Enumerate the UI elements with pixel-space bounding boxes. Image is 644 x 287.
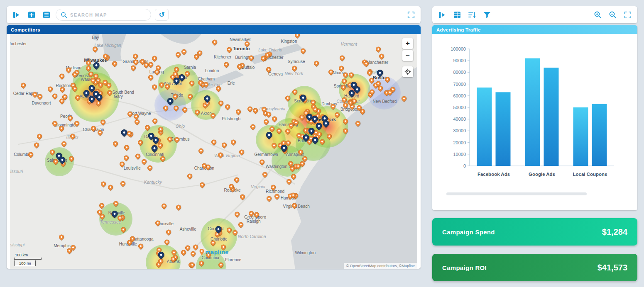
competitor-pin[interactable] [233,211,240,218]
competitor-pin[interactable] [326,133,333,140]
competitor-pin[interactable] [313,60,320,67]
bar-google-ads-1[interactable] [525,58,540,166]
competitor-pin[interactable] [27,151,34,158]
competitor-pin[interactable] [174,51,181,58]
competitor-pin[interactable] [297,148,304,156]
competitor-pin[interactable] [140,158,147,165]
bar-google-ads-2[interactable] [544,68,559,166]
location-pin[interactable] [375,68,384,77]
competitor-pin[interactable] [249,123,256,130]
competitor-pin[interactable] [384,76,391,83]
competitor-pin[interactable] [189,250,196,257]
chart-scrollbar[interactable] [446,192,587,195]
competitor-pin[interactable] [300,47,307,54]
competitor-pin[interactable] [127,110,134,117]
competitor-pin[interactable] [147,74,154,81]
competitor-pin[interactable] [291,202,298,209]
competitor-pin[interactable] [51,120,59,127]
competitor-pin[interactable] [233,176,240,183]
competitor-pin[interactable] [338,65,345,72]
competitor-pin[interactable] [59,73,66,80]
competitor-pin[interactable] [90,125,97,132]
competitor-pin[interactable] [96,129,103,136]
competitor-pin[interactable] [159,155,167,162]
competitor-pin[interactable] [163,238,170,246]
zoom-in-button[interactable]: + [402,38,413,49]
competitor-pin[interactable] [51,92,58,100]
competitor-pin[interactable] [199,181,206,188]
competitor-pin[interactable] [341,96,348,103]
competitor-pin[interactable] [85,59,92,66]
competitor-pin[interactable] [144,124,151,131]
competitor-pin[interactable] [74,94,81,101]
competitor-pin[interactable] [340,78,348,85]
competitor-pin[interactable] [100,119,107,126]
competitor-pin[interactable] [348,71,355,78]
competitor-pin[interactable] [209,239,216,246]
competitor-pin[interactable] [270,142,277,149]
competitor-pin[interactable] [65,66,72,73]
competitor-pin[interactable] [59,86,66,93]
table-view-button[interactable] [451,9,463,20]
competitor-pin[interactable] [98,202,105,209]
competitor-pin[interactable] [215,85,222,92]
competitor-pin[interactable] [342,71,349,78]
chart-fullscreen-button[interactable] [622,9,633,20]
competitor-pin[interactable] [271,115,278,122]
list-view-button[interactable] [41,9,52,20]
competitor-pin[interactable] [111,60,118,67]
competitor-pin[interactable] [340,84,347,91]
competitor-pin[interactable] [262,171,269,178]
competitor-pin[interactable] [328,68,335,75]
competitor-pin[interactable] [134,118,141,125]
competitor-pin[interactable] [36,132,43,139]
competitor-pin[interactable] [276,127,283,134]
competitor-pin[interactable] [246,105,253,112]
panel-toggle-button[interactable] [11,9,22,20]
competitor-pin[interactable] [175,204,182,211]
zoom-out-button[interactable]: − [402,50,413,61]
competitor-pin[interactable] [119,180,126,187]
competitor-pin[interactable] [231,229,238,236]
competitor-pin[interactable] [120,226,127,233]
competitor-pin[interactable] [73,120,80,127]
competitor-pin[interactable] [284,128,291,135]
competitor-pin[interactable] [194,109,201,116]
competitor-pin[interactable] [154,219,162,226]
competitor-pin[interactable] [330,103,337,110]
competitor-pin[interactable] [165,229,172,236]
competitor-pin[interactable] [20,82,27,89]
competitor-pin[interactable] [217,100,224,107]
locate-button[interactable] [402,66,413,77]
competitor-pin[interactable] [238,148,245,156]
competitor-pin[interactable] [60,140,67,147]
competitor-pin[interactable] [122,154,130,161]
competitor-pin[interactable] [248,54,255,61]
competitor-pin[interactable] [252,107,259,114]
competitor-pin[interactable] [291,65,298,72]
competitor-pin[interactable] [100,180,107,187]
competitor-pin[interactable] [259,158,266,165]
competitor-pin[interactable] [107,184,114,191]
competitor-pin[interactable] [167,136,174,143]
competitor-pin[interactable] [137,139,144,146]
competitor-pin[interactable] [342,127,349,134]
competitor-pin[interactable] [291,88,298,95]
competitor-pin[interactable] [49,148,56,156]
competitor-pin[interactable] [106,89,113,96]
competitor-pin[interactable] [68,155,75,162]
competitor-pin[interactable] [188,80,195,87]
location-pin[interactable] [92,61,100,70]
competitor-pin[interactable] [217,151,224,158]
location-pin[interactable] [120,128,128,137]
competitor-pin[interactable] [161,202,168,209]
competitor-pin[interactable] [226,46,233,53]
competitor-pin[interactable] [262,118,269,125]
competitor-pin[interactable] [238,221,245,228]
competitor-pin[interactable] [58,125,65,132]
filter-button[interactable] [481,9,492,20]
competitor-pin[interactable] [186,92,193,100]
location-pin[interactable] [203,94,211,103]
competitor-pin[interactable] [290,173,297,180]
search-input[interactable] [70,12,137,17]
